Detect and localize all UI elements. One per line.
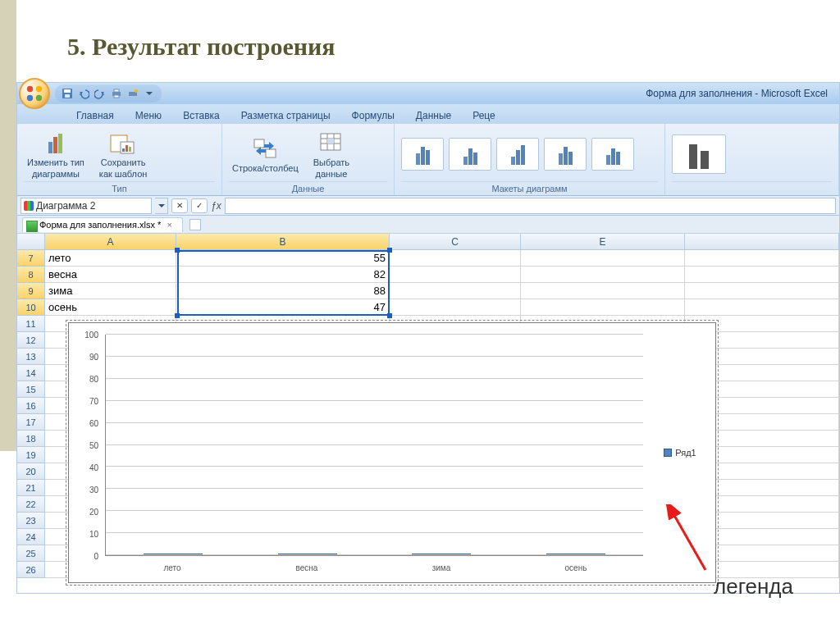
- cell[interactable]: [521, 299, 685, 316]
- name-box[interactable]: Диаграмма 2: [21, 198, 152, 214]
- row-header[interactable]: 13: [17, 349, 45, 365]
- cell[interactable]: 88: [176, 283, 390, 299]
- cell[interactable]: [685, 299, 839, 316]
- save-icon[interactable]: [62, 88, 73, 99]
- ribbon-tabs: Главная Меню Вставка Разметка страницы Ф…: [17, 104, 839, 124]
- gridline: [106, 466, 643, 467]
- chart-y-axis: 0102030405060708090100: [75, 335, 102, 556]
- tab-menu[interactable]: Меню: [126, 107, 171, 124]
- redo-icon[interactable]: [94, 88, 106, 99]
- row-header[interactable]: 23: [17, 513, 45, 529]
- cell[interactable]: [390, 283, 521, 299]
- cell[interactable]: [685, 250, 839, 267]
- svg-line-25: [673, 513, 705, 570]
- tab-insert[interactable]: Вставка: [173, 107, 230, 124]
- enter-formula-button[interactable]: ✓: [191, 198, 208, 213]
- col-header-E[interactable]: E: [521, 234, 685, 250]
- col-header-B[interactable]: B: [176, 234, 390, 250]
- cancel-formula-button[interactable]: ✕: [171, 198, 188, 213]
- cell[interactable]: осень: [45, 299, 176, 316]
- row-header[interactable]: 8: [17, 267, 45, 283]
- chart-object[interactable]: 0102030405060708090100 летовесназимаосен…: [68, 322, 716, 583]
- selection-handle[interactable]: [387, 313, 392, 318]
- table-row: 8весна82: [17, 267, 839, 283]
- row-header[interactable]: 20: [17, 463, 45, 480]
- cell[interactable]: весна: [45, 267, 176, 283]
- x-tick-label: осень: [509, 563, 643, 572]
- cell[interactable]: [685, 283, 839, 299]
- new-sheet-icon[interactable]: [189, 219, 201, 230]
- formula-input[interactable]: [225, 198, 836, 214]
- y-tick-label: 0: [94, 552, 98, 561]
- row-header[interactable]: 24: [17, 529, 45, 545]
- cell[interactable]: [521, 283, 685, 299]
- save-as-template-button[interactable]: Сохранить как шаблон: [96, 128, 151, 180]
- row-header[interactable]: 19: [17, 447, 45, 463]
- row-header[interactable]: 25: [17, 545, 45, 562]
- cell[interactable]: 47: [176, 299, 390, 316]
- gridline: [106, 510, 643, 511]
- cell[interactable]: [521, 267, 685, 283]
- y-tick-label: 60: [89, 419, 98, 428]
- chart-layout-1[interactable]: [401, 138, 444, 171]
- workbook-tab[interactable]: Форма для заполнения.xlsx * ×: [22, 217, 183, 232]
- cell[interactable]: 55: [176, 250, 390, 267]
- tab-formulas[interactable]: Формулы: [342, 107, 404, 124]
- cell[interactable]: [390, 299, 521, 316]
- chart-gridlines: [105, 335, 643, 556]
- spreadsheet-grid[interactable]: A B C E 7лето558весна829зима8810осень471…: [17, 234, 839, 593]
- cell[interactable]: зима: [45, 283, 176, 299]
- tab-review[interactable]: Реце: [463, 107, 505, 124]
- col-header-blank[interactable]: [685, 234, 839, 250]
- svg-rect-9: [114, 95, 119, 98]
- selection-handle[interactable]: [175, 248, 180, 253]
- chart-plot-area[interactable]: 0102030405060708090100 летовесназимаосен…: [75, 330, 651, 576]
- cell[interactable]: [685, 267, 839, 283]
- chart-style-1[interactable]: [672, 134, 726, 174]
- select-all-corner[interactable]: [17, 234, 45, 250]
- change-chart-type-button[interactable]: Изменить тип диаграммы: [24, 128, 88, 180]
- col-header-C[interactable]: C: [390, 234, 521, 250]
- qat-more-icon[interactable]: [144, 88, 155, 99]
- switch-rowcol-icon: [251, 135, 279, 162]
- chart-layout-2[interactable]: [449, 138, 491, 171]
- selection-handle[interactable]: [387, 248, 392, 253]
- row-header[interactable]: 16: [17, 398, 45, 414]
- row-header[interactable]: 26: [17, 562, 45, 578]
- undo-icon[interactable]: [78, 88, 89, 99]
- chart-layout-5[interactable]: [591, 138, 634, 171]
- cell[interactable]: [390, 250, 521, 267]
- tab-home[interactable]: Главная: [66, 107, 124, 124]
- chevron-down-icon: [158, 204, 165, 207]
- name-box-dropdown[interactable]: [155, 198, 168, 214]
- cell[interactable]: [390, 267, 521, 283]
- row-header[interactable]: 9: [17, 283, 45, 299]
- switch-row-column-button[interactable]: Строка/столбец: [229, 134, 302, 175]
- row-header[interactable]: 7: [17, 250, 45, 267]
- row-header[interactable]: 10: [17, 299, 45, 316]
- svg-rect-14: [122, 148, 125, 152]
- select-data-button[interactable]: Выбрать данные: [310, 128, 353, 180]
- row-header[interactable]: 17: [17, 414, 45, 431]
- selection-handle[interactable]: [175, 313, 180, 318]
- cell[interactable]: 82: [176, 267, 390, 283]
- tab-page-layout[interactable]: Разметка страницы: [231, 107, 340, 124]
- row-header[interactable]: 11: [17, 316, 45, 332]
- cell[interactable]: лето: [45, 250, 176, 267]
- row-header[interactable]: 18: [17, 431, 45, 447]
- row-header[interactable]: 22: [17, 496, 45, 513]
- chart-layout-3[interactable]: [496, 138, 539, 171]
- print-icon[interactable]: [111, 88, 122, 99]
- col-header-A[interactable]: A: [45, 234, 176, 250]
- row-header[interactable]: 15: [17, 381, 45, 398]
- workbook-close-icon[interactable]: ×: [163, 220, 175, 230]
- quick-print-icon[interactable]: [127, 88, 139, 99]
- row-header[interactable]: 12: [17, 332, 45, 349]
- row-header[interactable]: 21: [17, 480, 45, 496]
- row-header[interactable]: 14: [17, 365, 45, 381]
- chart-layout-4[interactable]: [544, 138, 587, 171]
- cell[interactable]: [521, 250, 685, 267]
- tab-data[interactable]: Данные: [406, 107, 461, 124]
- office-button[interactable]: [19, 78, 50, 109]
- chart-layouts-gallery[interactable]: [401, 138, 647, 171]
